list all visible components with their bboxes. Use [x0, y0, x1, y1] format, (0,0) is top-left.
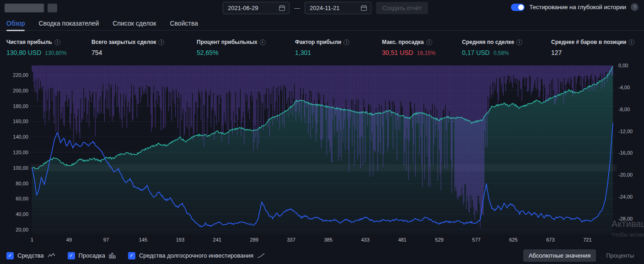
svg-text:-4,00: -4,00 [618, 85, 630, 90]
svg-text:145: 145 [139, 237, 147, 242]
calendar-icon [360, 5, 367, 11]
stat-label: Среднее # баров в позиции [551, 39, 626, 45]
svg-text:60,00: 60,00 [16, 196, 28, 201]
toggle-knob [518, 5, 524, 10]
legend-drawdown[interactable]: ✓ Просадка [68, 252, 116, 259]
info-icon[interactable]: i [260, 39, 266, 45]
stat-net-profit: Чистая прибыльi 130,80 USD130,80% [6, 39, 91, 56]
legend-label: Средства долгосрочного инвестирования [139, 252, 253, 259]
info-icon[interactable]: i [54, 39, 60, 45]
svg-text:721: 721 [583, 237, 591, 242]
right-axis: 0,00-4,00-8,00-12,00-16,00-20,00-24,00-2… [618, 63, 633, 221]
svg-text:625: 625 [509, 237, 517, 242]
stats-row: Чистая прибыльi 130,80 USD130,80% Всего … [6, 39, 643, 56]
stat-secondary: 0,58% [494, 50, 509, 56]
tab-performance-summary[interactable]: Сводка показателей [38, 16, 99, 30]
deep-history-label: Тестирование на глубокой истории [529, 4, 626, 11]
checkbox-checked[interactable]: ✓ [128, 252, 135, 259]
stat-max-drawdown: Макс. просадкаi 30,51 USD16,15% [382, 39, 462, 56]
x-axis: 1499714519324128933738543348152957762567… [31, 237, 592, 242]
buyhold-line-icon [257, 253, 265, 259]
checkbox-checked[interactable]: ✓ [68, 252, 75, 259]
stat-total-closed-trades: Всего закрытых сделокi 754 [91, 39, 197, 56]
svg-text:193: 193 [176, 237, 184, 242]
svg-text:220,00: 220,00 [13, 72, 28, 78]
generate-report-button: Создать отчёт [376, 2, 428, 14]
calendar-icon [279, 5, 285, 11]
date-range: 2021-06-29 — 2024-11-21 [223, 2, 371, 14]
value-mode-switch: Абсолютные значения Проценты [523, 249, 639, 262]
svg-text:-28,00: -28,00 [618, 216, 633, 221]
stat-value: 0,17 USD [462, 49, 490, 56]
svg-text:241: 241 [213, 237, 221, 242]
deep-history-control: Тестирование на глубокой истории ? [511, 3, 639, 11]
stat-profit-factor: Фактор прибылиi 1,301 [295, 39, 382, 56]
info-icon[interactable]: i [158, 39, 164, 45]
info-icon[interactable]: i [426, 39, 432, 45]
stat-avg-bars-in-trade: Среднее # баров в позицииi 127 [551, 39, 643, 56]
svg-text:100,00: 100,00 [13, 165, 28, 171]
stat-value: 30,51 USD [382, 49, 413, 56]
stat-percent-profitable: Процент прибыльныхi 52,65% [197, 39, 295, 56]
svg-text:-16,00: -16,00 [618, 150, 633, 156]
stat-value: 52,65% [197, 49, 218, 56]
info-icon[interactable]: i [343, 39, 349, 45]
svg-text:97: 97 [103, 237, 109, 242]
legend-buy-and-hold[interactable]: ✓ Средства долгосрочного инвестирования [128, 252, 265, 259]
stat-avg-trade: Средняя по сделкеi 0,17 USD0,58% [462, 39, 551, 56]
svg-text:289: 289 [250, 237, 258, 242]
stat-label: Всего закрытых сделок [91, 39, 156, 45]
svg-text:140,00: 140,00 [13, 134, 28, 140]
stat-value: 1,301 [295, 49, 311, 56]
svg-text:481: 481 [398, 237, 406, 242]
checkbox-checked[interactable]: ✓ [6, 252, 14, 259]
svg-text:40,00: 40,00 [16, 211, 28, 217]
redacted-strategy-title[interactable] [5, 4, 44, 12]
svg-text:120,00: 120,00 [13, 150, 28, 155]
stat-label: Макс. просадка [382, 39, 424, 45]
stat-label: Средняя по сделке [462, 39, 514, 45]
info-icon[interactable]: i [516, 39, 522, 45]
date-from-input[interactable]: 2021-06-29 [223, 2, 290, 14]
tab-properties[interactable]: Свойства [170, 16, 198, 30]
legend-equity[interactable]: ✓ Средства [6, 252, 56, 259]
stat-label: Фактор прибыли [295, 39, 341, 45]
svg-text:577: 577 [472, 237, 480, 242]
svg-text:-24,00: -24,00 [618, 194, 633, 199]
svg-text:80,00: 80,00 [16, 181, 28, 186]
svg-text:0,00: 0,00 [618, 63, 628, 68]
stat-secondary: 16,15% [417, 50, 435, 56]
date-from-value: 2021-06-29 [228, 5, 258, 11]
percent-values-button[interactable]: Проценты [601, 249, 639, 262]
legend-label: Просадка [79, 252, 105, 259]
tab-bar: Обзор Сводка показателей Список сделок С… [0, 16, 644, 31]
svg-text:337: 337 [287, 237, 295, 242]
stat-value: 127 [551, 49, 562, 56]
top-bar: 2021-06-29 — 2024-11-21 [0, 0, 644, 16]
legend-label: Средства [17, 252, 44, 259]
tab-overview[interactable]: Обзор [6, 16, 25, 30]
date-to-value: 2024-11-21 [310, 5, 340, 11]
stat-value: 130,80 USD [6, 49, 41, 56]
svg-text:433: 433 [361, 237, 369, 242]
absolute-values-button[interactable]: Абсолютные значения [523, 249, 596, 262]
left-axis: 220,00200,00180,00160,00140,00120,00100,… [13, 72, 28, 232]
drawdown-bars-icon [109, 253, 116, 259]
svg-text:673: 673 [546, 237, 554, 242]
date-to-input[interactable]: 2024-11-21 [305, 2, 371, 14]
date-separator: — [294, 5, 300, 11]
stat-label: Процент прибыльных [197, 39, 258, 45]
svg-text:-8,00: -8,00 [618, 107, 630, 112]
tab-list-of-trades[interactable]: Список сделок [113, 16, 156, 30]
info-icon[interactable]: i [628, 39, 634, 45]
help-icon[interactable]: ? [631, 3, 639, 11]
stat-label: Чистая прибыль [6, 39, 52, 45]
svg-text:180,00: 180,00 [13, 103, 28, 109]
svg-text:-12,00: -12,00 [618, 129, 633, 134]
redacted-strategy-icon[interactable] [48, 4, 57, 12]
deep-history-toggle[interactable] [511, 4, 525, 11]
svg-text:529: 529 [435, 237, 443, 242]
svg-text:385: 385 [324, 237, 332, 242]
stat-value: 754 [91, 49, 102, 56]
svg-text:20,00: 20,00 [16, 227, 28, 232]
